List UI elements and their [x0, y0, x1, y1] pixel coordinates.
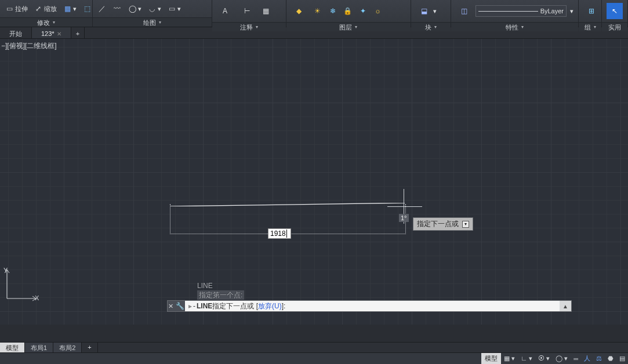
layout-tab-model[interactable]: 模型 [0, 343, 25, 352]
viewport-label[interactable]: −][俯视][二维线框] [1, 41, 57, 51]
layout-tab-1[interactable]: 布局1 [25, 343, 53, 352]
layer-state-5[interactable]: ☼ [371, 5, 385, 17]
layer-off-icon: ✦ [358, 6, 368, 16]
group-icon: ⊞ [583, 3, 600, 19]
ribbon-panel-layers: ◆ ☀ ❄ 🔒 ✦ ☼ 图层 [286, 0, 412, 27]
crosshair-horizontal [387, 206, 422, 207]
layer-sun-icon: ☀ [313, 6, 322, 16]
layout-add-label: + [88, 344, 91, 351]
layer-iso-icon: ☼ [373, 6, 383, 16]
status-osnap-icon[interactable]: ⦿ ▾ [535, 354, 553, 363]
insert-block-button[interactable]: ⬓▾ [413, 1, 439, 21]
text-tool-icon: A [217, 3, 233, 19]
layout-tab-2[interactable]: 布局2 [53, 343, 82, 352]
array-icon: ▦ [63, 4, 72, 13]
layer-lock-icon: 🔒 [343, 6, 353, 16]
match-props-button[interactable]: ◫ [453, 1, 474, 21]
ribbon-panel-properties: ◫ ByLayer ▾ 特性 [451, 0, 579, 27]
panel-title-draw[interactable]: 绘图 [93, 17, 212, 27]
rect-tool-icon: ▭ [167, 4, 176, 13]
status-anno-icon[interactable]: 人 [581, 353, 593, 364]
line-tool-button[interactable]: ／ [95, 2, 109, 15]
status-polar-icon[interactable]: ◯ ▾ [553, 354, 571, 363]
cmd-history-toggle[interactable]: ▲ [560, 301, 571, 311]
layout1-label: 布局1 [31, 344, 47, 351]
ribbon: ▭ 拉伸 ⤢ 缩放 ▦▾ ⬚ 修改 ／ 〰 ◯▾ ◡▾ ▭▾ 绘图 A ⊢ ▦ … [0, 0, 628, 27]
panel-title-layers[interactable]: 图层 [286, 22, 411, 31]
panel-title-annotate[interactable]: 注释 [212, 22, 286, 31]
layer-state-4[interactable]: ✦ [356, 5, 370, 17]
layer-state-2[interactable]: ❄ [326, 5, 340, 17]
command-prompt[interactable]: ▸ - LINE 指定下一点或 [ 放弃(U) ]: [185, 301, 560, 311]
file-tab-doc[interactable]: 123* ✕ [32, 27, 71, 38]
cmd-text2: ]: [282, 302, 286, 310]
command-bar[interactable]: ✕ 🔧 ▸ - LINE 指定下一点或 [ 放弃(U) ]: ▲ [167, 300, 572, 312]
drawing-canvas[interactable]: −][俯视][二维线框] 1918 1° 指定下一点或 ▾ Y X LINE 指… [0, 39, 628, 325]
insert-block-icon: ⬓ [416, 3, 432, 19]
cmd-current: LINE [197, 302, 212, 310]
file-tab-start-label: 开始 [9, 30, 22, 38]
stretch-button[interactable]: ▭ 拉伸 [2, 2, 30, 15]
utility-button[interactable]: ↖ [604, 1, 625, 21]
text-tool-button[interactable]: A [215, 1, 235, 21]
panel-title-groups[interactable]: 组 [579, 22, 601, 31]
panel-title-utilities[interactable]: 实用 [602, 22, 627, 31]
cmd-config-icon[interactable]: 🔧 [176, 302, 184, 310]
dynamic-hint: 指定下一点或 ▾ [413, 217, 473, 231]
file-tab-start[interactable]: 开始 [0, 27, 32, 38]
layer-props-icon: ◆ [291, 3, 307, 19]
ribbon-panel-groups: ⊞ 组 [579, 0, 602, 27]
linetype-dropdown[interactable]: ▾ [568, 6, 576, 17]
linetype-preview [478, 11, 538, 12]
status-lwt-icon[interactable]: ═ [571, 354, 581, 363]
arc-tool-icon: ◡ [147, 4, 157, 13]
circle-tool-icon: ◯ [128, 4, 137, 13]
axis-x-label: X [35, 294, 39, 301]
panel-title-properties[interactable]: 特性 [451, 22, 578, 31]
distance-input[interactable]: 1918 [268, 228, 291, 239]
layout2-label: 布局2 [59, 344, 75, 351]
angle-display: 1° [399, 214, 409, 222]
modify-misc-button[interactable]: ⬚ [80, 2, 94, 15]
layer-state-1[interactable]: ☀ [311, 5, 325, 17]
ribbon-panel-modify: ▭ 拉伸 ⤢ 缩放 ▦▾ ⬚ 修改 [0, 0, 93, 27]
cmd-hist-line1: LINE [197, 281, 244, 290]
cmd-hist-line2: 指定第一个点: [197, 290, 244, 300]
file-tab-add[interactable]: + [71, 27, 85, 38]
linetype-label: ByLayer [540, 8, 564, 14]
dim-tool-button[interactable]: ⊢ [237, 1, 257, 21]
status-config-icon[interactable]: ▤ [616, 354, 628, 363]
command-bar-handle[interactable]: ✕ 🔧 [168, 301, 185, 311]
dynamic-hint-text: 指定下一点或 [417, 219, 459, 229]
polyline-tool-button[interactable]: 〰 [110, 2, 124, 15]
circle-tool-button[interactable]: ◯▾ [125, 2, 144, 15]
array-button[interactable]: ▦▾ [60, 2, 79, 15]
cmd-undo-option[interactable]: 放弃(U) [258, 301, 282, 311]
options-key-icon[interactable]: ▾ [462, 221, 469, 228]
scale-button[interactable]: ⤢ 缩放 [31, 2, 59, 15]
close-icon[interactable]: ✕ [57, 31, 61, 37]
panel-title-modify[interactable]: 修改 [0, 17, 92, 27]
panel-title-blocks[interactable]: 块 [411, 22, 451, 31]
arc-tool-button[interactable]: ◡▾ [145, 2, 164, 15]
linetype-selector[interactable]: ByLayer [475, 5, 567, 17]
table-tool-button[interactable]: ▦ [259, 5, 273, 17]
layer-state-3[interactable]: 🔒 [341, 5, 355, 17]
file-tab-add-label: + [76, 30, 79, 37]
layer-freeze-icon: ❄ [328, 6, 337, 16]
ribbon-panel-draw: ／ 〰 ◯▾ ◡▾ ▭▾ 绘图 [93, 0, 212, 27]
rect-tool-button[interactable]: ▭▾ [165, 2, 183, 15]
cmd-close-icon[interactable]: ✕ [168, 303, 173, 310]
status-snap-icon[interactable]: ∟ ▾ [518, 354, 535, 363]
distance-value: 1918 [270, 230, 286, 238]
layer-props-button[interactable]: ◆ [289, 1, 310, 21]
group-button[interactable]: ⊞ [581, 1, 602, 21]
status-iso-icon[interactable]: ⬣ [605, 354, 616, 363]
status-model-chip[interactable]: 模型 [481, 353, 501, 364]
stretch-icon: ▭ [5, 4, 14, 13]
layout-tab-add[interactable]: + [82, 343, 97, 352]
layout-tabs: 模型 布局1 布局2 + [0, 342, 628, 352]
status-scale-icon[interactable]: ⚖ [593, 354, 605, 363]
axis-y-label: Y [3, 267, 8, 274]
status-grid-icon[interactable]: ▦ ▾ [501, 354, 518, 363]
